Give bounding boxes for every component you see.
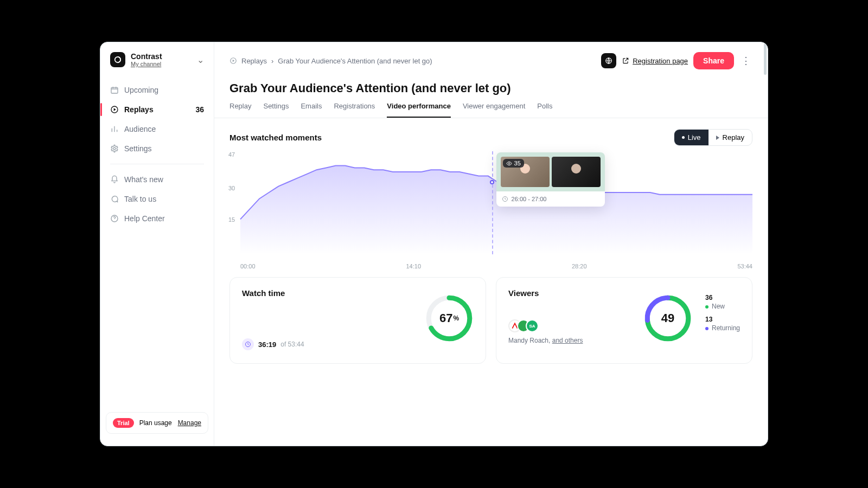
- section-header: Most watched moments Live Replay: [214, 118, 768, 151]
- tabs: Replay Settings Emails Registrations Vid…: [214, 98, 768, 118]
- registration-page-label: Registration page: [633, 57, 688, 65]
- nav-talk-to-us[interactable]: Talk to us: [100, 189, 214, 209]
- chevron-right-icon: ›: [271, 57, 273, 65]
- breadcrumb-root[interactable]: Replays: [241, 57, 267, 65]
- bars-icon: [110, 125, 119, 133]
- nav-replays[interactable]: Replays 36: [100, 100, 214, 119]
- x-axis: 00:00 14:10 28:20 53:44: [229, 260, 752, 269]
- svg-rect-1: [111, 87, 118, 93]
- y-tick: 47: [228, 151, 235, 158]
- help-icon: [110, 214, 119, 223]
- tab-emails[interactable]: Emails: [301, 102, 322, 118]
- manage-link[interactable]: Manage: [178, 419, 201, 427]
- workspace-name: Contrast: [131, 52, 162, 61]
- x-tick: 14:10: [406, 263, 421, 269]
- tab-viewer-engagement[interactable]: Viewer engagement: [463, 102, 525, 118]
- speaker-thumbnail: [552, 157, 601, 187]
- tab-settings[interactable]: Settings: [263, 102, 289, 118]
- nav-label: Upcoming: [124, 86, 158, 94]
- registration-page-link[interactable]: Registration page: [622, 57, 688, 65]
- tab-registrations[interactable]: Registrations: [334, 102, 375, 118]
- nav-count: 36: [195, 105, 204, 114]
- viewer-badge-count: 35: [514, 160, 521, 166]
- breadcrumb: Replays › Grab Your Audience's Attention…: [229, 57, 432, 65]
- section-title: Most watched moments: [229, 133, 322, 142]
- nav-label: Audience: [124, 125, 156, 133]
- tab-polls[interactable]: Polls: [537, 102, 552, 118]
- clock-icon: [502, 196, 508, 202]
- eye-icon: [506, 160, 512, 166]
- gear-icon: [110, 144, 119, 153]
- workspace-switcher[interactable]: Contrast My channel ⌄: [100, 52, 214, 77]
- svg-point-7: [508, 163, 510, 164]
- more-menu-button[interactable]: ⋮: [739, 55, 752, 67]
- chevron-down-icon: ⌄: [197, 55, 204, 65]
- watch-time-value: 36:19: [258, 341, 276, 349]
- nav-label: Help Center: [124, 214, 165, 223]
- toggle-replay[interactable]: Replay: [709, 130, 752, 145]
- chat-icon: [110, 195, 119, 203]
- page-title: Grab Your Audience's Attention (and neve…: [214, 69, 768, 98]
- watch-time-ring: 67%: [425, 294, 474, 343]
- hover-timerange: 26:00 - 27:00: [512, 196, 547, 202]
- dot-icon: [682, 136, 685, 139]
- x-tick: 00:00: [240, 263, 256, 269]
- chart[interactable]: 47 30 15 35: [229, 151, 752, 260]
- workspace-subtitle[interactable]: My channel: [131, 61, 162, 67]
- nav-label: Talk to us: [124, 195, 156, 203]
- chart-hover-card: 35 26:00 - 27:00: [496, 152, 605, 207]
- topbar: Replays › Grab Your Audience's Attention…: [214, 42, 768, 69]
- nav-upcoming[interactable]: Upcoming: [100, 80, 214, 100]
- primary-nav: Upcoming Replays 36 Audience Settings Wh…: [100, 77, 214, 232]
- chart-hover-line: [492, 151, 493, 254]
- y-tick: 30: [228, 185, 235, 191]
- nav-whats-new[interactable]: What's new: [100, 170, 214, 189]
- live-replay-toggle: Live Replay: [674, 129, 752, 146]
- nav-audience[interactable]: Audience: [100, 119, 214, 139]
- breadcrumb-current: Grab Your Audience's Attention (and neve…: [278, 57, 432, 65]
- viewers-card: Viewers SA Mandy Roach, and others 49: [496, 277, 752, 364]
- main: Replays › Grab Your Audience's Attention…: [214, 42, 768, 446]
- tab-video-performance[interactable]: Video performance: [387, 102, 451, 118]
- workspace-logo: [110, 52, 125, 67]
- watch-time-card: Watch time 67% 36:19 of 53:44: [229, 277, 486, 364]
- x-tick: 53:44: [737, 263, 752, 269]
- plan-footer: Trial Plan usage Manage: [106, 412, 208, 434]
- nav-settings[interactable]: Settings: [100, 139, 214, 158]
- sidebar: Contrast My channel ⌄ Upcoming Replays 3…: [100, 42, 214, 446]
- svg-point-3: [113, 147, 116, 150]
- play-circle-icon: [229, 57, 237, 65]
- trial-badge: Trial: [113, 418, 134, 428]
- watch-time-total: of 53:44: [280, 341, 304, 348]
- logo-icon: [114, 56, 122, 63]
- nav-separator: [110, 164, 204, 164]
- nav-label: What's new: [124, 175, 163, 184]
- toggle-live[interactable]: Live: [674, 130, 709, 145]
- globe-icon: [605, 57, 612, 65]
- and-others-link[interactable]: and others: [552, 337, 583, 344]
- play-icon: [716, 136, 719, 140]
- percent-suffix: %: [453, 314, 459, 322]
- legend-returning: 13 Returning: [705, 316, 740, 332]
- nav-help-center[interactable]: Help Center: [100, 209, 214, 228]
- x-tick: 28:20: [572, 263, 587, 269]
- calendar-icon: [110, 86, 119, 94]
- external-link-icon: [622, 57, 629, 65]
- plan-usage-label: Plan usage: [139, 419, 172, 427]
- viewer-names: Mandy Roach, and others: [508, 337, 740, 344]
- viewer-badge: 35: [503, 159, 524, 168]
- legend-new: 36 New: [705, 294, 740, 310]
- clock-icon: [242, 338, 254, 350]
- share-button[interactable]: Share: [693, 52, 734, 69]
- tab-replay[interactable]: Replay: [229, 102, 251, 118]
- avatar: SA: [526, 319, 539, 332]
- chart-hover-point: [490, 180, 494, 184]
- y-tick: 15: [228, 216, 235, 223]
- nav-label: Settings: [124, 144, 152, 153]
- nav-label: Replays: [124, 105, 154, 114]
- play-circle-icon: [110, 105, 119, 114]
- globe-button[interactable]: [601, 53, 616, 68]
- watch-time-percent: 67: [439, 311, 452, 325]
- bell-icon: [110, 175, 119, 184]
